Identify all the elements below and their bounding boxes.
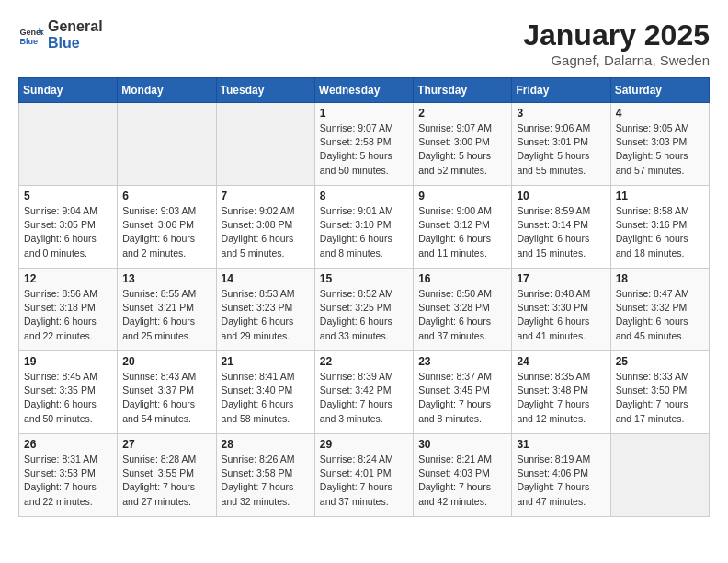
day-number: 12 (24, 272, 112, 285)
title-block: January 2025 Gagnef, Dalarna, Sweden (523, 18, 710, 68)
calendar-cell: 18Sunrise: 8:47 AM Sunset: 3:32 PM Dayli… (610, 269, 709, 351)
calendar-cell: 31Sunrise: 8:19 AM Sunset: 4:06 PM Dayli… (512, 434, 610, 517)
calendar-week-row: 1Sunrise: 9:07 AM Sunset: 2:58 PM Daylig… (19, 103, 710, 186)
calendar-cell: 28Sunrise: 8:26 AM Sunset: 3:58 PM Dayli… (216, 434, 314, 517)
day-number: 15 (320, 272, 408, 285)
calendar-cell: 11Sunrise: 8:58 AM Sunset: 3:16 PM Dayli… (610, 186, 709, 269)
calendar-cell: 19Sunrise: 8:45 AM Sunset: 3:35 PM Dayli… (19, 351, 118, 434)
day-number: 11 (616, 190, 704, 202)
calendar-cell: 4Sunrise: 9:05 AM Sunset: 3:03 PM Daylig… (610, 103, 709, 186)
calendar-cell: 29Sunrise: 8:24 AM Sunset: 4:01 PM Dayli… (314, 434, 413, 517)
calendar-table: SundayMondayTuesdayWednesdayThursdayFrid… (18, 77, 710, 517)
calendar-cell: 24Sunrise: 8:35 AM Sunset: 3:48 PM Dayli… (512, 351, 610, 434)
calendar-cell: 13Sunrise: 8:55 AM Sunset: 3:21 PM Dayli… (118, 269, 216, 351)
calendar-cell (216, 103, 314, 186)
day-info: Sunrise: 8:47 AM Sunset: 3:32 PM Dayligh… (616, 287, 704, 343)
day-number: 13 (122, 272, 210, 285)
calendar-cell: 8Sunrise: 9:01 AM Sunset: 3:10 PM Daylig… (314, 186, 413, 269)
day-number: 17 (517, 272, 605, 285)
logo-blue: Blue (48, 35, 103, 52)
logo-icon: General Blue (18, 22, 44, 48)
calendar-cell: 15Sunrise: 8:52 AM Sunset: 3:25 PM Dayli… (314, 269, 413, 351)
calendar-cell: 21Sunrise: 8:41 AM Sunset: 3:40 PM Dayli… (216, 351, 314, 434)
calendar-cell: 5Sunrise: 9:04 AM Sunset: 3:05 PM Daylig… (19, 186, 118, 269)
calendar-cell: 7Sunrise: 9:02 AM Sunset: 3:08 PM Daylig… (216, 186, 314, 269)
day-number: 3 (517, 107, 605, 120)
weekday-header-monday: Monday (118, 78, 216, 103)
day-info: Sunrise: 8:39 AM Sunset: 3:42 PM Dayligh… (320, 370, 408, 426)
day-number: 19 (24, 355, 112, 368)
calendar-cell: 2Sunrise: 9:07 AM Sunset: 3:00 PM Daylig… (414, 103, 512, 186)
logo-general: General (48, 18, 103, 35)
day-info: Sunrise: 8:43 AM Sunset: 3:37 PM Dayligh… (122, 370, 210, 426)
day-info: Sunrise: 8:35 AM Sunset: 3:48 PM Dayligh… (517, 370, 605, 426)
day-info: Sunrise: 8:33 AM Sunset: 3:50 PM Dayligh… (616, 370, 704, 426)
calendar-cell: 6Sunrise: 9:03 AM Sunset: 3:06 PM Daylig… (118, 186, 216, 269)
day-number: 30 (418, 438, 506, 451)
calendar-cell (610, 434, 709, 517)
day-info: Sunrise: 8:37 AM Sunset: 3:45 PM Dayligh… (418, 370, 506, 426)
calendar-cell (19, 103, 118, 186)
day-info: Sunrise: 8:26 AM Sunset: 3:58 PM Dayligh… (222, 453, 310, 509)
calendar-cell: 20Sunrise: 8:43 AM Sunset: 3:37 PM Dayli… (118, 351, 216, 434)
calendar-cell: 12Sunrise: 8:56 AM Sunset: 3:18 PM Dayli… (19, 269, 118, 351)
day-info: Sunrise: 8:52 AM Sunset: 3:25 PM Dayligh… (320, 287, 408, 343)
day-info: Sunrise: 9:04 AM Sunset: 3:05 PM Dayligh… (24, 204, 112, 260)
day-info: Sunrise: 9:07 AM Sunset: 3:00 PM Dayligh… (418, 121, 506, 178)
calendar-cell: 27Sunrise: 8:28 AM Sunset: 3:55 PM Dayli… (118, 434, 216, 517)
day-number: 6 (122, 190, 210, 202)
day-info: Sunrise: 9:00 AM Sunset: 3:12 PM Dayligh… (418, 204, 506, 260)
day-info: Sunrise: 9:03 AM Sunset: 3:06 PM Dayligh… (122, 204, 210, 260)
calendar-week-row: 26Sunrise: 8:31 AM Sunset: 3:53 PM Dayli… (19, 434, 710, 517)
day-info: Sunrise: 8:50 AM Sunset: 3:28 PM Dayligh… (418, 287, 506, 343)
day-number: 28 (222, 438, 310, 451)
day-number: 18 (616, 272, 704, 285)
weekday-header-wednesday: Wednesday (314, 78, 413, 103)
calendar-week-row: 12Sunrise: 8:56 AM Sunset: 3:18 PM Dayli… (19, 269, 710, 351)
calendar-week-row: 5Sunrise: 9:04 AM Sunset: 3:05 PM Daylig… (19, 186, 710, 269)
day-number: 2 (418, 107, 506, 120)
day-number: 5 (24, 190, 112, 202)
calendar-cell: 26Sunrise: 8:31 AM Sunset: 3:53 PM Dayli… (19, 434, 118, 517)
calendar-cell: 14Sunrise: 8:53 AM Sunset: 3:23 PM Dayli… (216, 269, 314, 351)
day-info: Sunrise: 8:55 AM Sunset: 3:21 PM Dayligh… (122, 287, 210, 343)
calendar-cell: 9Sunrise: 9:00 AM Sunset: 3:12 PM Daylig… (414, 186, 512, 269)
day-info: Sunrise: 9:01 AM Sunset: 3:10 PM Dayligh… (320, 204, 408, 260)
day-number: 10 (517, 190, 605, 202)
calendar-cell (118, 103, 216, 186)
day-number: 24 (517, 355, 605, 368)
calendar-location: Gagnef, Dalarna, Sweden (523, 52, 710, 68)
calendar-cell: 23Sunrise: 8:37 AM Sunset: 3:45 PM Dayli… (414, 351, 512, 434)
calendar-title: January 2025 (523, 18, 710, 52)
weekday-header-sunday: Sunday (19, 78, 118, 103)
day-number: 9 (418, 190, 506, 202)
weekday-header-row: SundayMondayTuesdayWednesdayThursdayFrid… (19, 78, 710, 103)
calendar-cell: 25Sunrise: 8:33 AM Sunset: 3:50 PM Dayli… (610, 351, 709, 434)
day-info: Sunrise: 8:41 AM Sunset: 3:40 PM Dayligh… (222, 370, 310, 426)
day-number: 20 (122, 355, 210, 368)
day-number: 21 (222, 355, 310, 368)
calendar-cell: 30Sunrise: 8:21 AM Sunset: 4:03 PM Dayli… (414, 434, 512, 517)
calendar-cell: 16Sunrise: 8:50 AM Sunset: 3:28 PM Dayli… (414, 269, 512, 351)
calendar-cell: 22Sunrise: 8:39 AM Sunset: 3:42 PM Dayli… (314, 351, 413, 434)
logo: General Blue General Blue (18, 18, 103, 51)
day-info: Sunrise: 9:05 AM Sunset: 3:03 PM Dayligh… (616, 121, 704, 178)
day-info: Sunrise: 8:45 AM Sunset: 3:35 PM Dayligh… (24, 370, 112, 426)
day-info: Sunrise: 8:28 AM Sunset: 3:55 PM Dayligh… (122, 453, 210, 509)
day-number: 22 (320, 355, 408, 368)
day-number: 1 (320, 107, 408, 120)
calendar-cell: 1Sunrise: 9:07 AM Sunset: 2:58 PM Daylig… (314, 103, 413, 186)
day-info: Sunrise: 8:24 AM Sunset: 4:01 PM Dayligh… (320, 453, 408, 509)
day-info: Sunrise: 8:31 AM Sunset: 3:53 PM Dayligh… (24, 453, 112, 509)
day-number: 25 (616, 355, 704, 368)
day-number: 4 (616, 107, 704, 120)
day-info: Sunrise: 8:53 AM Sunset: 3:23 PM Dayligh… (222, 287, 310, 343)
day-info: Sunrise: 8:19 AM Sunset: 4:06 PM Dayligh… (517, 453, 605, 509)
calendar-cell: 10Sunrise: 8:59 AM Sunset: 3:14 PM Dayli… (512, 186, 610, 269)
day-number: 8 (320, 190, 408, 202)
day-info: Sunrise: 8:56 AM Sunset: 3:18 PM Dayligh… (24, 287, 112, 343)
calendar-week-row: 19Sunrise: 8:45 AM Sunset: 3:35 PM Dayli… (19, 351, 710, 434)
day-info: Sunrise: 8:48 AM Sunset: 3:30 PM Dayligh… (517, 287, 605, 343)
weekday-header-saturday: Saturday (610, 78, 709, 103)
day-info: Sunrise: 8:21 AM Sunset: 4:03 PM Dayligh… (418, 453, 506, 509)
